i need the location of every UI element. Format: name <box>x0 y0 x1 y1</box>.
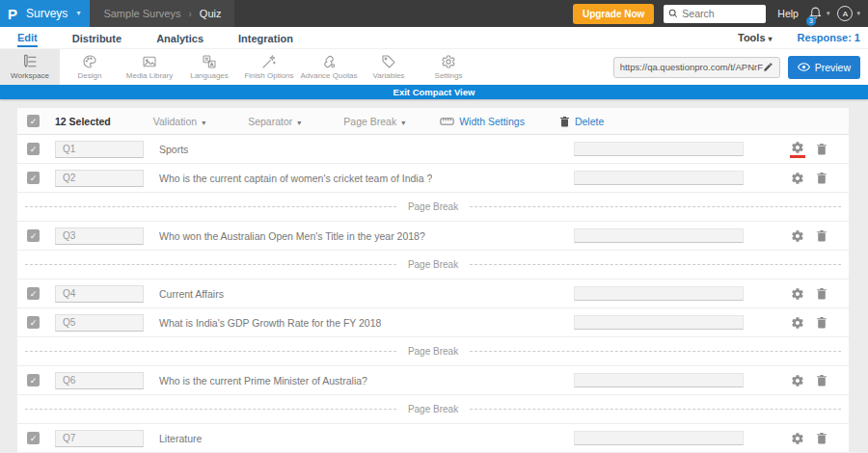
answer-input[interactable] <box>574 171 744 185</box>
select-all-checkbox[interactable]: ✓ <box>27 115 40 127</box>
edit-url-button[interactable] <box>763 62 773 72</box>
answer-input[interactable] <box>574 315 744 330</box>
page-break-dropdown[interactable]: Page Break▾ <box>343 116 405 127</box>
upgrade-now-button[interactable]: Upgrade Now <box>573 4 654 24</box>
chevron-down-icon: ▾ <box>401 119 405 127</box>
answer-input[interactable] <box>574 373 744 387</box>
gear-icon[interactable] <box>790 432 805 445</box>
trash-icon[interactable] <box>816 229 827 242</box>
preview-button[interactable]: Preview <box>788 56 860 79</box>
notifications-button[interactable]: 3 <box>808 5 823 23</box>
question-code-input[interactable] <box>55 314 144 332</box>
check-icon: ✓ <box>30 145 38 154</box>
question-code-input[interactable] <box>55 430 144 447</box>
trash-icon[interactable] <box>816 172 827 184</box>
account-caret-icon[interactable]: ▾ <box>856 10 860 17</box>
breadcrumb-root[interactable]: Sample Surveys <box>103 8 180 19</box>
toolbar-item-finish-options[interactable]: Finish Options <box>239 49 299 85</box>
app-menu[interactable]: P Surveys ▾ <box>0 0 90 27</box>
check-icon: ✓ <box>30 117 38 126</box>
width-settings-button[interactable]: Width Settings <box>440 116 525 127</box>
tools-dropdown[interactable]: Tools ▾ <box>738 32 773 43</box>
trash-icon[interactable] <box>816 374 827 386</box>
gear-icon[interactable] <box>790 374 805 387</box>
page-break-row: Page Break <box>17 251 849 280</box>
question-code-input[interactable] <box>55 227 144 245</box>
toolbar-item-settings[interactable]: Settings <box>419 49 478 85</box>
toolbar-item-variables[interactable]: Variables <box>359 49 419 85</box>
answer-input[interactable] <box>574 228 744 243</box>
gear-icon[interactable] <box>790 287 805 301</box>
list-header: ✓ 12 Selected Validation▾ Separator▾ Pag… <box>17 108 849 135</box>
question-text: Who is the current captain of women's cr… <box>159 173 432 184</box>
check-icon: ✓ <box>30 434 38 443</box>
answer-input[interactable] <box>574 431 744 445</box>
languages-icon <box>202 54 217 69</box>
chevron-down-icon: ▾ <box>769 35 773 43</box>
separator-dropdown[interactable]: Separator▾ <box>248 116 301 127</box>
question-code-input[interactable] <box>55 285 144 303</box>
notification-badge: 3 <box>806 16 816 26</box>
check-icon: ✓ <box>30 173 38 183</box>
questionpro-logo: P <box>8 6 17 22</box>
question-code-input[interactable] <box>55 170 144 187</box>
page-break-dashed-line <box>25 206 396 207</box>
avatar[interactable]: A <box>837 6 853 21</box>
pencil-icon <box>763 62 773 72</box>
page-break-dashed-line <box>470 409 841 410</box>
row-checkbox[interactable]: ✓ <box>27 143 40 155</box>
trash-icon[interactable] <box>816 287 827 300</box>
page-break-label: Page Break <box>408 259 458 270</box>
tab-analytics[interactable]: Analytics <box>156 30 203 46</box>
question-code-input[interactable] <box>55 372 144 389</box>
tab-distribute[interactable]: Distribute <box>72 30 122 46</box>
row-checkbox[interactable]: ✓ <box>27 432 40 444</box>
toolbar-spacer <box>478 49 613 85</box>
app-menu-label: Surveys <box>26 7 68 20</box>
row-checkbox[interactable]: ✓ <box>27 374 40 386</box>
gear-icon[interactable] <box>790 316 805 330</box>
toolbar-item-languages[interactable]: Languages <box>179 49 239 85</box>
toolbar-item-advance-quotas[interactable]: Advance Quotas <box>299 49 359 85</box>
question-row: ✓ Literature <box>17 424 849 453</box>
page-break-dashed-line <box>25 409 396 410</box>
response-count-link[interactable]: Response: 1 <box>798 32 860 43</box>
search-box[interactable] <box>664 5 766 23</box>
page-break-label: Page Break <box>408 404 458 414</box>
page-break-label: Page Break <box>408 346 458 357</box>
answer-input[interactable] <box>574 142 744 156</box>
validation-dropdown[interactable]: Validation▾ <box>153 116 205 127</box>
search-input[interactable] <box>682 8 759 19</box>
tab-integration[interactable]: Integration <box>238 30 293 46</box>
gear-icon[interactable] <box>790 172 805 185</box>
row-checkbox[interactable]: ✓ <box>27 229 40 242</box>
tab-edit[interactable]: Edit <box>17 29 38 47</box>
toolbar-item-media-library[interactable]: Media Library <box>120 49 179 85</box>
page-break-label: Page Break <box>408 201 458 212</box>
question-rows: ✓ Sports ✓ Who is the current captain of… <box>17 135 849 453</box>
row-checkbox[interactable]: ✓ <box>27 316 40 329</box>
toolbar-item-workspace[interactable]: Workspace <box>0 49 60 85</box>
finish-options-icon <box>261 54 277 69</box>
exit-compact-view-button[interactable]: Exit Compact View <box>0 85 868 99</box>
notifications-caret-icon[interactable]: ▾ <box>827 10 830 17</box>
row-checkbox[interactable]: ✓ <box>27 287 40 300</box>
question-text: Literature <box>159 433 202 444</box>
survey-url-input[interactable] <box>620 62 763 72</box>
question-row: ✓ Current Affairs <box>17 280 849 308</box>
settings-icon <box>441 54 456 69</box>
answer-input[interactable] <box>574 286 744 301</box>
trash-icon[interactable] <box>816 316 827 329</box>
selected-count: 12 Selected <box>55 116 111 127</box>
row-checkbox[interactable]: ✓ <box>27 172 40 184</box>
page-break-dashed-line <box>470 206 841 207</box>
help-link[interactable]: Help <box>777 8 799 19</box>
question-code-input[interactable] <box>55 141 144 158</box>
delete-button[interactable]: Delete <box>559 116 604 127</box>
toolbar-item-design[interactable]: Design <box>60 49 120 85</box>
survey-url-field <box>613 57 780 78</box>
gear-icon[interactable] <box>790 229 805 243</box>
trash-icon[interactable] <box>816 143 827 155</box>
gear-icon[interactable] <box>790 141 805 158</box>
trash-icon[interactable] <box>816 432 827 444</box>
